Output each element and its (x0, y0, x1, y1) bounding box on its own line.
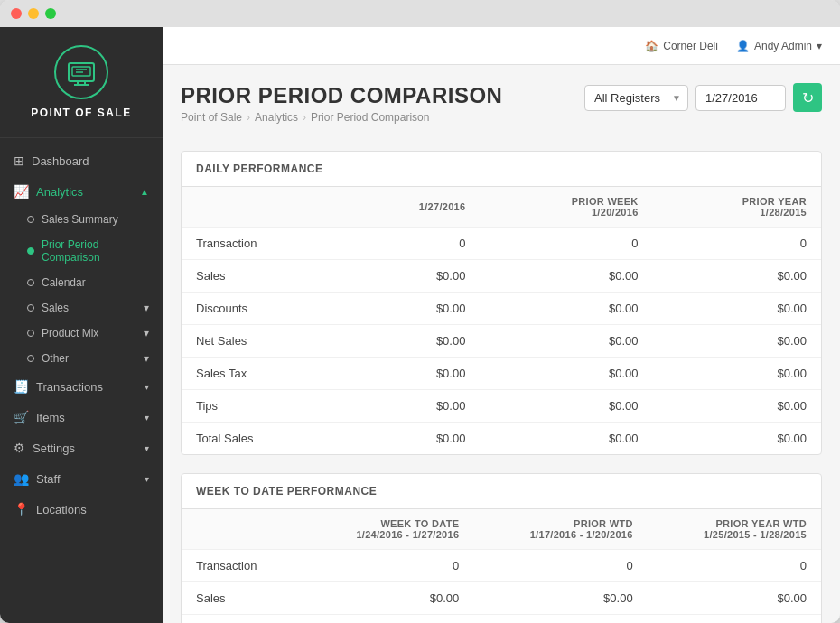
sidebar: POINT OF SALE ⊞ Dashboard 📈 Analytics ▲ (0, 27, 163, 623)
page-header: PRIOR PERIOD COMPARISON Point of Sale › … (181, 83, 502, 124)
submenu-dot-icon-active (27, 247, 34, 255)
register-select[interactable]: All Registers (584, 85, 688, 111)
daily-performance-section: DAILY PERFORMANCE 1/27/2016 PRIOR WEEK 1… (181, 151, 822, 455)
sidebar-item-staff[interactable]: 👥 Staff ▾ (0, 463, 163, 494)
close-dot[interactable] (11, 8, 22, 19)
sidebar-item-label: Settings (33, 442, 75, 455)
daily-col-current: 1/27/2016 (343, 187, 480, 228)
pos-icon (65, 56, 98, 88)
row-v2: $0.00 (480, 358, 652, 390)
row-v1: 0 (343, 228, 480, 260)
sidebar-item-other[interactable]: Other ▾ (0, 346, 163, 371)
filter-group: All Registers ↻ (584, 83, 822, 112)
daily-header-row: 1/27/2016 PRIOR WEEK 1/20/2016 PRIOR YEA… (182, 187, 821, 228)
sidebar-logo: POINT OF SALE (0, 27, 163, 138)
weekly-col-label (182, 509, 300, 550)
sidebar-item-locations[interactable]: 📍 Locations (0, 494, 163, 525)
table-row: Net Sales $0.00 $0.00 $0.00 (182, 325, 821, 358)
weekly-performance-section: WEEK TO DATE PERFORMANCE WEEK TO DATE 1/… (181, 473, 822, 623)
table-row: Total Sales $0.00 $0.00 $0.00 (182, 423, 821, 455)
chevron-down-icon: ▾ (144, 302, 149, 314)
chevron-down-icon: ▾ (144, 327, 149, 339)
items-icon: 🛒 (14, 410, 29, 424)
breadcrumb-sep: › (247, 111, 250, 124)
sidebar-subitem-label: Other (42, 352, 69, 365)
sidebar-item-sales[interactable]: Sales ▾ (0, 295, 163, 321)
sidebar-item-dashboard[interactable]: ⊞ Dashboard (0, 145, 163, 176)
app-body: POINT OF SALE ⊞ Dashboard 📈 Analytics ▲ (0, 27, 840, 623)
locations-icon: 📍 (14, 502, 29, 516)
row-v2: $0.00 (480, 423, 652, 455)
chevron-up-icon: ▲ (140, 187, 149, 197)
store-selector[interactable]: 🏠 Corner Deli (645, 40, 718, 52)
sidebar-item-analytics[interactable]: 📈 Analytics ▲ (0, 176, 163, 207)
table-row: Sales Tax $0.00 $0.00 $0.00 (182, 358, 821, 390)
row-v3: 0 (648, 550, 821, 582)
weekly-col-prior-wtd: PRIOR WTD 1/17/2016 - 1/20/2016 (473, 509, 647, 550)
row-label: Discounts (182, 615, 300, 624)
user-icon: 👤 (736, 40, 750, 52)
register-select-wrapper: All Registers (584, 85, 688, 111)
daily-col-prior-week: PRIOR WEEK 1/20/2016 (480, 187, 652, 228)
row-label: Sales (182, 260, 343, 293)
refresh-button[interactable]: ↻ (793, 83, 822, 112)
row-label: Total Sales (182, 423, 343, 455)
sidebar-item-label: Dashboard (32, 154, 89, 168)
breadcrumb-pos[interactable]: Point of Sale (181, 111, 242, 124)
sidebar-item-label: Transactions (36, 380, 103, 394)
dashboard-icon: ⊞ (14, 153, 24, 168)
submenu-dot-icon (27, 279, 34, 286)
sidebar-item-calendar[interactable]: Calendar (0, 270, 163, 295)
chevron-down-icon: ▾ (145, 474, 149, 484)
daily-col-prior-year: PRIOR YEAR 1/28/2015 (653, 187, 821, 228)
row-v2: 0 (473, 550, 647, 582)
submenu-dot-icon (27, 330, 34, 337)
weekly-performance-table: WEEK TO DATE 1/24/2016 - 1/27/2016 PRIOR… (182, 509, 821, 623)
date-input[interactable] (695, 85, 786, 111)
row-v1: $0.00 (343, 260, 480, 293)
sidebar-logo-text: POINT OF SALE (14, 107, 149, 119)
user-menu[interactable]: 👤 Andy Admin ▾ (736, 40, 822, 52)
row-v3: $0.00 (653, 423, 821, 455)
sidebar-item-label: Analytics (36, 185, 83, 199)
daily-col-prior-week-date: 1/20/2016 (592, 207, 639, 218)
maximize-dot[interactable] (45, 8, 56, 19)
table-row: Sales $0.00 $0.00 $0.00 (182, 260, 821, 293)
sidebar-item-prior-period[interactable]: Prior Period Comparison (0, 232, 163, 270)
row-v1: $0.00 (343, 293, 480, 325)
sidebar-item-settings[interactable]: ⚙ Settings ▾ (0, 432, 163, 463)
row-label: Transaction (182, 228, 343, 260)
row-v1: $0.00 (343, 325, 480, 358)
table-row: Sales $0.00 $0.00 $0.00 (182, 582, 821, 615)
row-v1: $0.00 (343, 358, 480, 390)
daily-col-prior-year-date: 1/28/2015 (760, 207, 807, 218)
sidebar-item-product-mix[interactable]: Product Mix ▾ (0, 321, 163, 346)
sidebar-subitem-label: Product Mix (42, 327, 98, 339)
main-content: 🏠 Corner Deli 👤 Andy Admin ▾ PRIOR PERIO… (163, 27, 840, 623)
row-v2: $0.00 (473, 582, 647, 615)
sidebar-item-transactions[interactable]: 🧾 Transactions ▾ (0, 371, 163, 402)
row-v2: $0.00 (480, 325, 652, 358)
row-label: Tips (182, 390, 343, 423)
breadcrumb-analytics[interactable]: Analytics (255, 111, 298, 124)
row-v2: $0.00 (473, 615, 647, 624)
sidebar-item-sales-summary[interactable]: Sales Summary (0, 207, 163, 232)
breadcrumb: Point of Sale › Analytics › Prior Period… (181, 111, 502, 124)
table-row: Transaction 0 0 0 (182, 228, 821, 260)
daily-performance-table: 1/27/2016 PRIOR WEEK 1/20/2016 PRIOR YEA… (182, 187, 821, 454)
sidebar-item-items[interactable]: 🛒 Items ▾ (0, 402, 163, 432)
row-v2: $0.00 (480, 260, 652, 293)
sidebar-item-label: Items (36, 411, 65, 424)
row-v1: $0.00 (300, 615, 473, 624)
user-name: Andy Admin (754, 40, 812, 52)
row-v1: $0.00 (343, 390, 480, 423)
page-title: PRIOR PERIOD COMPARISON (181, 83, 502, 108)
logo-icon (54, 45, 108, 99)
sidebar-subitem-label: Sales Summary (42, 213, 118, 226)
table-row: Discounts $0.00 $0.00 $0.00 (182, 293, 821, 325)
row-label: Sales (182, 582, 300, 615)
minimize-dot[interactable] (28, 8, 39, 19)
submenu-dot-icon (27, 216, 34, 223)
row-v3: $0.00 (648, 582, 821, 615)
row-v3: $0.00 (653, 390, 821, 423)
